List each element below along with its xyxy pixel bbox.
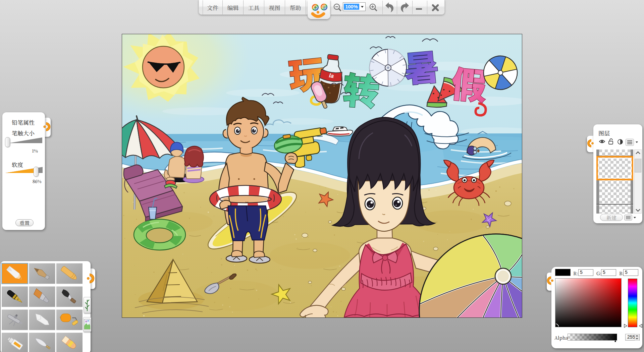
svg-text:假: 假 — [449, 56, 489, 110]
svg-text:100%: 100% — [345, 4, 358, 9]
svg-text:la: la — [329, 72, 334, 79]
svg-text:暑: 暑 — [402, 39, 441, 92]
